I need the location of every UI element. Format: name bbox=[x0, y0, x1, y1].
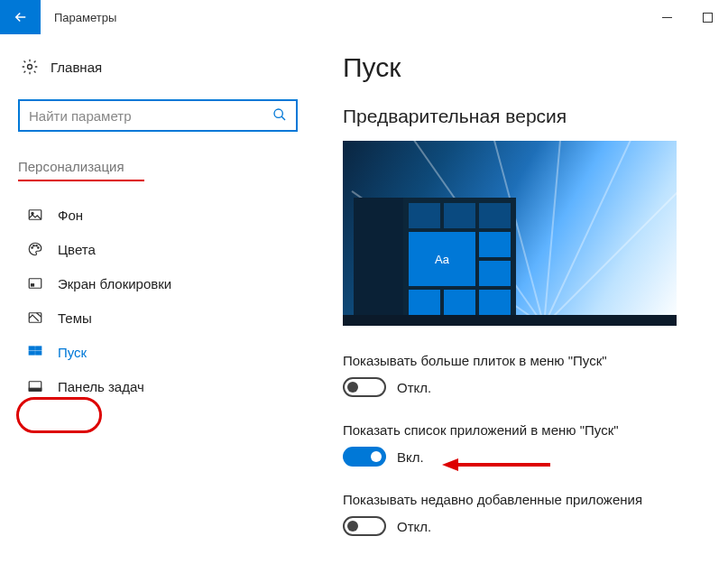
setting-app-list: Показать список приложений в меню "Пуск"… bbox=[343, 422, 710, 467]
toggle-state: Вкл. bbox=[397, 449, 424, 465]
sidebar-item-label: Цвета bbox=[58, 242, 96, 257]
setting-label: Показать список приложений в меню "Пуск" bbox=[343, 422, 710, 438]
preview-startmenu: Aa bbox=[354, 198, 516, 315]
search-input[interactable] bbox=[29, 108, 272, 124]
svg-point-10 bbox=[38, 247, 40, 249]
window-controls bbox=[647, 3, 728, 32]
sidebar-item-start[interactable]: Пуск bbox=[18, 335, 307, 369]
setting-more-tiles: Показывать больше плиток в меню "Пуск" О… bbox=[343, 353, 710, 397]
svg-rect-12 bbox=[32, 284, 34, 286]
maximize-icon bbox=[703, 13, 713, 23]
lockscreen-icon bbox=[23, 275, 47, 291]
sidebar-item-label: Пуск bbox=[58, 345, 87, 360]
svg-rect-17 bbox=[36, 351, 41, 355]
svg-rect-1 bbox=[704, 13, 713, 22]
setting-recent-apps: Показывать недавно добавленные приложени… bbox=[343, 492, 710, 536]
preview-tile-aa: Aa bbox=[409, 232, 475, 286]
preview-taskbar bbox=[343, 315, 677, 326]
sidebar-item-label: Фон bbox=[58, 208, 83, 223]
sidebar: Главная Персонализация Фон Цвета bbox=[0, 34, 307, 564]
palette-icon bbox=[23, 241, 47, 257]
taskbar-icon bbox=[23, 378, 47, 394]
svg-point-3 bbox=[274, 109, 282, 117]
svg-rect-14 bbox=[29, 347, 34, 350]
back-button[interactable] bbox=[0, 0, 41, 34]
window-title: Параметры bbox=[54, 11, 116, 24]
arrow-left-icon bbox=[13, 9, 29, 25]
svg-rect-15 bbox=[36, 347, 41, 350]
home-label: Главная bbox=[51, 60, 102, 75]
svg-rect-16 bbox=[29, 351, 34, 355]
search-icon bbox=[272, 107, 287, 125]
page-title: Пуск bbox=[343, 52, 710, 83]
sidebar-item-lockscreen[interactable]: Экран блокировки bbox=[18, 266, 307, 300]
sidebar-item-background[interactable]: Фон bbox=[18, 198, 307, 232]
annotation-underline bbox=[18, 180, 144, 181]
setting-label: Показывать больше плиток в меню "Пуск" bbox=[343, 353, 710, 368]
gear-icon bbox=[18, 58, 41, 76]
home-button[interactable]: Главная bbox=[18, 52, 307, 81]
sidebar-item-taskbar[interactable]: Панель задач bbox=[18, 369, 307, 403]
toggle-more-tiles[interactable] bbox=[343, 377, 386, 397]
start-icon bbox=[23, 344, 47, 360]
svg-line-4 bbox=[281, 116, 285, 120]
svg-point-2 bbox=[28, 65, 32, 69]
svg-point-8 bbox=[33, 245, 35, 247]
minimize-icon bbox=[662, 13, 672, 23]
themes-icon bbox=[23, 310, 47, 326]
toggle-recent-apps[interactable] bbox=[343, 516, 386, 536]
svg-point-7 bbox=[32, 247, 33, 249]
picture-icon bbox=[23, 207, 47, 223]
svg-point-9 bbox=[36, 245, 38, 247]
sidebar-item-colors[interactable]: Цвета bbox=[18, 232, 307, 266]
content-area: Пуск Предварительная версия Aa bbox=[307, 34, 728, 564]
search-box[interactable] bbox=[18, 99, 298, 132]
start-preview: Aa bbox=[343, 141, 677, 326]
sidebar-item-label: Темы bbox=[58, 310, 92, 326]
sidebar-item-label: Панель задач bbox=[58, 379, 144, 394]
section-title: Персонализация bbox=[18, 159, 307, 174]
toggle-app-list[interactable] bbox=[343, 447, 386, 467]
sidebar-item-themes[interactable]: Темы bbox=[18, 300, 307, 335]
setting-label: Показывать недавно добавленные приложени… bbox=[343, 492, 710, 507]
svg-rect-19 bbox=[29, 388, 41, 391]
subtitle: Предварительная версия bbox=[343, 106, 710, 127]
title-bar: Параметры bbox=[0, 0, 728, 34]
minimize-button[interactable] bbox=[647, 3, 687, 32]
toggle-state: Откл. bbox=[397, 519, 431, 534]
svg-rect-11 bbox=[29, 279, 41, 289]
toggle-state: Откл. bbox=[397, 380, 431, 395]
svg-rect-0 bbox=[662, 17, 672, 18]
sidebar-item-label: Экран блокировки bbox=[58, 276, 171, 291]
maximize-button[interactable] bbox=[687, 3, 728, 32]
